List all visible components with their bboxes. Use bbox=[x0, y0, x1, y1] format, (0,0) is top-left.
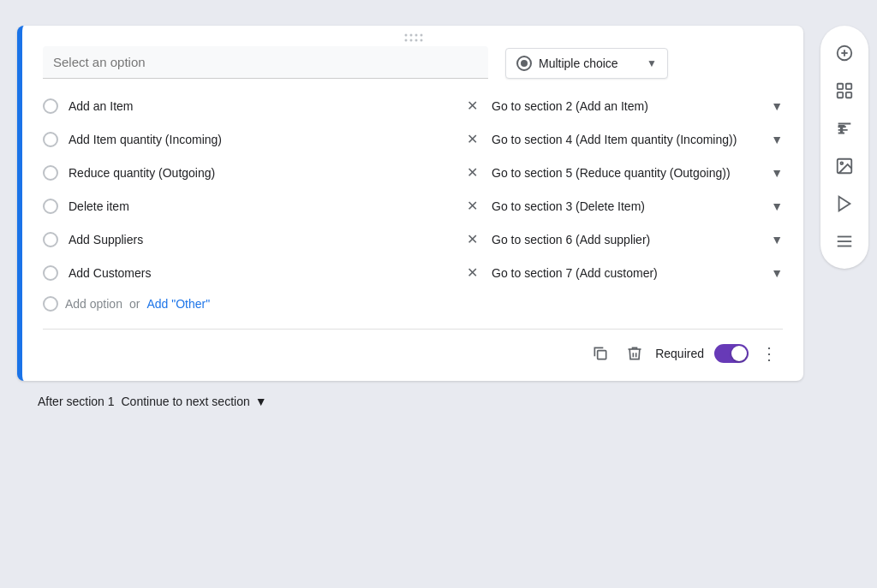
option-remove-0[interactable]: ✕ bbox=[463, 96, 481, 116]
option-section-chevron-4: ▼ bbox=[771, 233, 783, 246]
svg-rect-14 bbox=[838, 92, 843, 98]
option-radio-5 bbox=[43, 265, 58, 281]
drag-handle[interactable] bbox=[22, 26, 803, 46]
card-footer: Required ⋮ bbox=[22, 330, 803, 367]
option-row: Add Customers ✕ Go to section 7 (Add cus… bbox=[43, 256, 783, 289]
option-section-select-3[interactable]: Go to section 3 (Delete Item) ▼ bbox=[492, 199, 783, 213]
option-row: Add Suppliers ✕ Go to section 6 (Add sup… bbox=[43, 223, 783, 256]
option-section-select-1[interactable]: Go to section 4 (Add Item quantity (Inco… bbox=[492, 133, 783, 146]
svg-rect-13 bbox=[846, 84, 851, 89]
svg-point-1 bbox=[405, 39, 408, 42]
option-row: Delete item ✕ Go to section 3 (Delete It… bbox=[43, 189, 783, 223]
option-remove-5[interactable]: ✕ bbox=[463, 263, 481, 282]
after-section-label: After section 1 bbox=[38, 395, 115, 408]
option-radio-2 bbox=[43, 165, 58, 181]
option-label-1: Add Item quantity (Incoming) bbox=[69, 133, 453, 146]
svg-point-7 bbox=[421, 39, 423, 42]
option-section-text-2: Go to section 5 (Reduce quantity (Outgoi… bbox=[492, 166, 731, 180]
image-button[interactable] bbox=[827, 149, 862, 183]
svg-point-0 bbox=[405, 34, 408, 37]
text-button[interactable]: T bbox=[827, 111, 862, 146]
option-section-chevron-5: ▼ bbox=[771, 266, 783, 280]
option-radio-4 bbox=[43, 232, 58, 247]
option-remove-4[interactable]: ✕ bbox=[463, 229, 481, 249]
question-card: Multiple choice ▼ Add an Item ✕ Go to se… bbox=[17, 26, 803, 381]
option-remove-3[interactable]: ✕ bbox=[463, 196, 481, 216]
option-section-text-4: Go to section 6 (Add supplier) bbox=[492, 233, 650, 246]
question-type-inner: Multiple choice bbox=[516, 56, 618, 71]
after-section-select[interactable]: Continue to next section ▼ bbox=[122, 395, 267, 408]
card-header: Multiple choice ▼ bbox=[22, 46, 803, 89]
required-row: Required bbox=[655, 344, 749, 363]
add-option-radio bbox=[43, 296, 58, 312]
import-button[interactable] bbox=[827, 74, 862, 108]
copy-button[interactable] bbox=[587, 340, 614, 367]
option-section-text-1: Go to section 4 (Add Item quantity (Inco… bbox=[492, 133, 737, 146]
right-sidebar: T bbox=[820, 26, 868, 269]
option-remove-1[interactable]: ✕ bbox=[463, 129, 481, 149]
option-section-text-0: Go to section 2 (Add an Item) bbox=[492, 99, 648, 113]
option-section-chevron-0: ▼ bbox=[771, 99, 783, 113]
option-section-chevron-1: ▼ bbox=[771, 133, 783, 146]
radio-icon-inner bbox=[521, 60, 528, 67]
svg-rect-15 bbox=[846, 92, 851, 98]
svg-point-18 bbox=[840, 162, 843, 164]
option-row: Add an Item ✕ Go to section 2 (Add an It… bbox=[43, 89, 783, 122]
add-option-or: or bbox=[129, 297, 140, 311]
add-option-row: Add option or Add "Other" bbox=[43, 289, 783, 318]
option-label-2: Reduce quantity (Outgoing) bbox=[69, 166, 453, 180]
question-type-select[interactable]: Multiple choice ▼ bbox=[505, 48, 668, 79]
option-section-chevron-3: ▼ bbox=[771, 199, 783, 213]
svg-marker-19 bbox=[839, 197, 850, 211]
required-label: Required bbox=[655, 347, 704, 360]
option-row: Reduce quantity (Outgoing) ✕ Go to secti… bbox=[43, 156, 783, 189]
option-row: Add Item quantity (Incoming) ✕ Go to sec… bbox=[43, 122, 783, 156]
add-other-link[interactable]: Add "Other" bbox=[146, 297, 210, 311]
svg-point-4 bbox=[415, 34, 418, 37]
question-type-chevron: ▼ bbox=[647, 57, 657, 69]
svg-point-6 bbox=[421, 34, 423, 37]
option-label-5: Add Customers bbox=[69, 266, 453, 280]
option-remove-2[interactable]: ✕ bbox=[463, 163, 481, 182]
option-section-text-5: Go to section 7 (Add customer) bbox=[492, 266, 658, 280]
delete-button[interactable] bbox=[621, 340, 648, 367]
option-label-3: Delete item bbox=[69, 199, 453, 213]
svg-point-2 bbox=[410, 34, 413, 37]
option-section-select-2[interactable]: Go to section 5 (Reduce quantity (Outgoi… bbox=[492, 166, 783, 180]
more-options-button[interactable]: ⋮ bbox=[755, 340, 783, 367]
question-input[interactable] bbox=[43, 46, 488, 79]
option-section-select-0[interactable]: Go to section 2 (Add an Item) ▼ bbox=[492, 99, 783, 113]
continue-label: Continue to next section bbox=[122, 395, 250, 408]
option-section-text-3: Go to section 3 (Delete Item) bbox=[492, 199, 645, 213]
svg-text:T: T bbox=[839, 125, 845, 134]
toggle-track bbox=[714, 344, 749, 363]
multiple-choice-icon bbox=[516, 56, 532, 71]
svg-point-3 bbox=[410, 39, 413, 42]
video-button[interactable] bbox=[827, 187, 862, 221]
main-container: Multiple choice ▼ Add an Item ✕ Go to se… bbox=[0, 17, 877, 588]
option-section-chevron-2: ▼ bbox=[771, 166, 783, 180]
question-type-label: Multiple choice bbox=[539, 56, 618, 70]
after-section-chevron: ▼ bbox=[255, 395, 267, 408]
option-label-4: Add Suppliers bbox=[69, 233, 453, 246]
section-button[interactable] bbox=[827, 224, 862, 258]
option-label-0: Add an Item bbox=[69, 99, 453, 113]
add-option-text[interactable]: Add option bbox=[65, 297, 122, 311]
question-input-wrapper bbox=[43, 46, 488, 79]
toggle-thumb bbox=[731, 346, 747, 361]
option-radio-3 bbox=[43, 199, 58, 214]
svg-point-5 bbox=[415, 39, 418, 42]
option-section-select-4[interactable]: Go to section 6 (Add supplier) ▼ bbox=[492, 233, 783, 246]
options-list: Add an Item ✕ Go to section 2 (Add an It… bbox=[22, 89, 803, 318]
svg-rect-8 bbox=[598, 351, 606, 359]
bottom-bar: After section 1 Continue to next section… bbox=[17, 381, 803, 422]
add-circle-button[interactable] bbox=[827, 36, 862, 70]
option-radio-1 bbox=[43, 132, 58, 147]
svg-rect-12 bbox=[838, 84, 843, 89]
card-area: Multiple choice ▼ Add an Item ✕ Go to se… bbox=[0, 17, 820, 439]
option-section-select-5[interactable]: Go to section 7 (Add customer) ▼ bbox=[492, 266, 783, 280]
option-radio-0 bbox=[43, 98, 58, 114]
required-toggle[interactable] bbox=[714, 344, 749, 363]
